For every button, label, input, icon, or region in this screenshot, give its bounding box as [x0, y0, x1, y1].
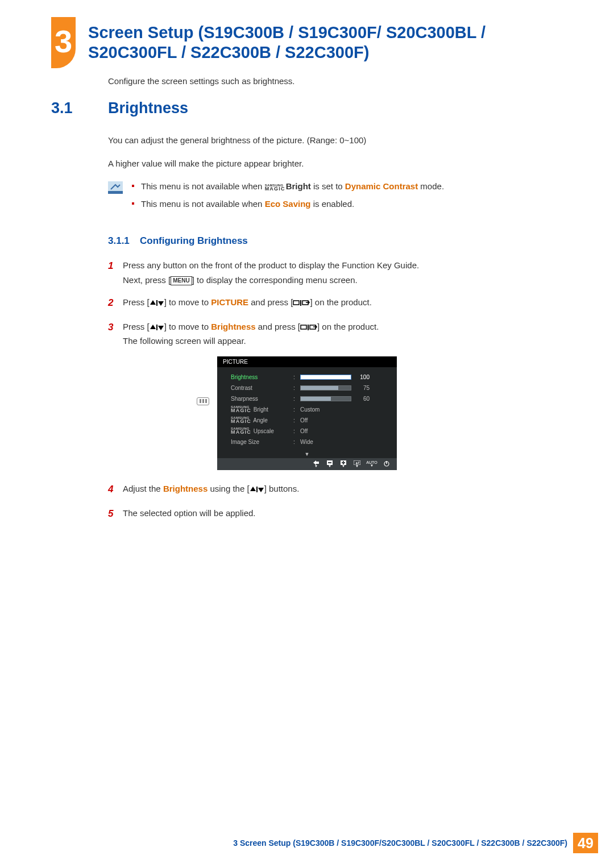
section-paragraph-1: You can adjust the general brightness of… — [108, 134, 563, 147]
samsung-magic-label: SAMSUNGMAGIC — [231, 417, 251, 423]
osd-plus-icon: ▼ — [338, 460, 349, 468]
step-3: 3 Press [] to move to Brightness and pre… — [108, 319, 563, 348]
osd-power-icon — [381, 460, 392, 468]
osd-row-value: Off — [300, 428, 390, 434]
footer-text: 3 Screen Setup (S19C300B / S19C300F/S20C… — [233, 838, 567, 848]
osd-back-icon: ▼ — [310, 460, 322, 468]
svg-rect-3 — [156, 300, 157, 306]
chapter-header: 3 Screen Setup (S19C300B / S19C300F/ S20… — [51, 17, 563, 68]
subsection-heading: 3.1.1 Configuring Brightness — [108, 235, 563, 247]
svg-rect-11 — [301, 325, 306, 329]
select-source-icon — [293, 299, 310, 307]
osd-row-value: Off — [300, 417, 390, 423]
samsung-magic-label: SAMSUNGMAGIC — [231, 406, 251, 413]
step-1: 1 Press any button on the front of the p… — [108, 258, 563, 287]
osd-row: Contrast:75 — [224, 383, 390, 393]
osd-row-label: Sharpness — [231, 396, 293, 402]
osd-row-label: SAMSUNGMAGIC Upscale — [231, 427, 293, 434]
chapter-title: Screen Setup (S19C300B / S19C300F/ S20C3… — [88, 17, 563, 63]
osd-row: SAMSUNGMAGIC Upscale:Off — [224, 426, 390, 437]
select-source-icon — [300, 323, 317, 331]
osd-bar — [300, 375, 351, 380]
section-paragraph-2: A higher value will make the picture app… — [108, 157, 563, 171]
osd-row-value: 100 — [300, 374, 390, 380]
osd-row: Brightness:100 — [224, 372, 390, 383]
footer-page-number: 49 — [573, 833, 598, 853]
svg-rect-5 — [293, 301, 299, 305]
section-number: 3.1 — [51, 99, 108, 117]
osd-row-value: 75 — [300, 385, 390, 391]
svg-marker-8 — [150, 325, 156, 329]
note-item-1: This menu is not available when SAMSUNGM… — [132, 180, 444, 193]
svg-rect-16 — [328, 462, 331, 463]
osd-row-label: Image Size — [231, 439, 293, 445]
osd-footer: ▼ ▼ ▼ ▼ AUTO▼ — [217, 458, 397, 470]
osd-row: SAMSUNGMAGIC Bright:Custom — [224, 404, 390, 415]
samsung-magic-label: SAMSUNGMAGIC — [231, 427, 251, 434]
page-footer: 3 Screen Setup (S19C300B / S19C300F/S20C… — [0, 833, 614, 853]
osd-title: PICTURE — [217, 356, 397, 367]
svg-rect-19 — [343, 461, 344, 464]
step-number: 2 — [108, 295, 123, 312]
samsung-magic-label: SAMSUNGMAGIC — [265, 184, 285, 191]
chapter-intro: Configure the screen settings such as br… — [108, 76, 563, 86]
svg-marker-25 — [258, 488, 264, 492]
svg-rect-24 — [256, 487, 258, 492]
chapter-number-badge: 3 — [51, 17, 76, 68]
osd-main-icon — [197, 397, 209, 405]
osd-row-label: Contrast — [231, 385, 293, 391]
note-block: This menu is not available when SAMSUNGM… — [108, 180, 563, 215]
menu-key-icon: MENU — [171, 276, 192, 285]
up-down-arrow-icon — [250, 485, 264, 493]
svg-marker-10 — [158, 326, 164, 330]
svg-marker-4 — [158, 301, 164, 306]
osd-more-indicator: ▼ — [217, 451, 397, 458]
osd-row-label: Brightness — [231, 374, 293, 380]
svg-rect-9 — [156, 325, 157, 330]
osd-row: SAMSUNGMAGIC Angle:Off — [224, 415, 390, 426]
svg-marker-2 — [150, 300, 156, 305]
svg-rect-1 — [108, 191, 123, 194]
up-down-arrow-icon — [150, 323, 164, 331]
osd-row-value: 60 — [300, 396, 390, 402]
step-4: 4 Adjust the Brightness using the [] but… — [108, 481, 563, 498]
up-down-arrow-icon — [150, 299, 164, 307]
step-2: 2 Press [] to move to PICTURE and press … — [108, 295, 563, 312]
subsection-number: 3.1.1 — [108, 235, 140, 247]
osd-enter-icon: ▼ — [351, 460, 363, 468]
note-icon — [108, 181, 123, 194]
osd-row: Sharpness:60 — [224, 393, 390, 404]
osd-row-label: SAMSUNGMAGIC Angle — [231, 417, 293, 423]
step-number: 4 — [108, 481, 123, 498]
osd-screenshot: PICTURE Brightness:100Contrast:75Sharpne… — [217, 356, 397, 470]
step-number: 3 — [108, 319, 123, 348]
svg-rect-6 — [300, 300, 301, 306]
step-number: 1 — [108, 258, 123, 287]
subsection-title: Configuring Brightness — [140, 235, 248, 247]
osd-minus-icon: ▼ — [324, 460, 335, 468]
osd-row-value: Wide — [300, 439, 390, 445]
note-item-2: This menu is not available when Eco Savi… — [132, 198, 444, 211]
osd-row-value: Custom — [300, 406, 390, 413]
section-title: Brightness — [108, 99, 188, 117]
step-5: 5 The selected option will be applied. — [108, 506, 563, 522]
section-heading: 3.1 Brightness — [51, 99, 563, 117]
osd-row: Image Size:Wide — [224, 437, 390, 447]
step-number: 5 — [108, 506, 123, 522]
osd-bar — [300, 385, 351, 391]
svg-marker-23 — [250, 487, 256, 491]
osd-auto-label: AUTO▼ — [365, 460, 379, 468]
osd-bar — [300, 396, 351, 401]
osd-row-label: SAMSUNGMAGIC Bright — [231, 406, 293, 413]
svg-rect-12 — [308, 325, 309, 330]
